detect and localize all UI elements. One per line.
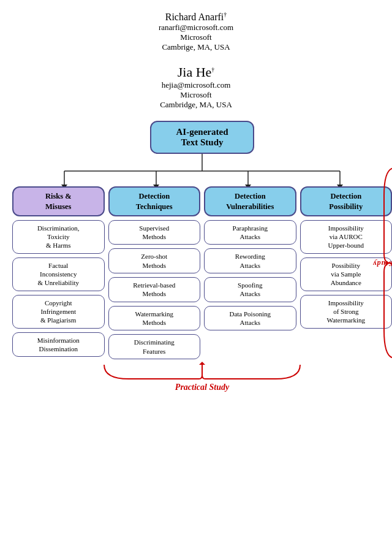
item-vuln-1: RewordingAttacks xyxy=(204,248,296,273)
header-techniques: DetectionTechniques xyxy=(108,186,201,216)
author-1-name: Richard Anarfi† xyxy=(159,11,233,23)
theoretical-label: Theoretical Study xyxy=(372,258,392,267)
root-connectors-svg xyxy=(18,154,386,188)
author-block-2: Jia He† hejia@microsoft.com Microsoft Ca… xyxy=(160,64,232,110)
column-techniques: DetectionTechniques SupervisedMethods Ze… xyxy=(108,186,201,359)
header-possibility: DetectionPossibility xyxy=(300,186,393,216)
author-2-org: Microsoft xyxy=(160,90,232,100)
author-2-sup: † xyxy=(211,66,214,73)
item-poss-0: Impossibilityvia AUROCUpper-bound xyxy=(300,220,393,254)
item-risks-2: CopyrightInfringement& Plagiarism xyxy=(12,295,105,329)
author-2-email: hejia@microsoft.com xyxy=(160,80,232,90)
column-possibility: DetectionPossibility Impossibilityvia AU… xyxy=(300,186,393,359)
theoretical-brace-wrapper: Theoretical Study xyxy=(381,151,392,373)
item-techniques-2: Retrieval-basedMethods xyxy=(108,277,201,302)
item-techniques-1: Zero-shotMethods xyxy=(108,248,201,273)
item-risks-0: Discrimination,Toxicity& Harms xyxy=(12,220,105,254)
practical-brace-wrapper: Practical Study xyxy=(12,362,392,392)
header-vulnerabilities: DetectionVulnerabilities xyxy=(204,186,296,216)
author-block-1: Richard Anarfi† ranarfi@microsoft.com Mi… xyxy=(159,11,233,52)
item-vuln-2: SpoofingAttacks xyxy=(204,277,296,302)
root-node: AI-generatedText Study xyxy=(150,121,254,154)
item-techniques-4: DiscriminatingFeatures xyxy=(108,334,201,359)
item-techniques-3: WatermarkingMethods xyxy=(108,306,201,331)
practical-brace-svg xyxy=(98,362,306,380)
column-risks: Risks &Misuses Discrimination,Toxicity& … xyxy=(12,186,105,359)
author-2-name: Jia He† xyxy=(160,64,232,80)
author-1-org: Microsoft xyxy=(159,32,233,42)
header-risks: Risks &Misuses xyxy=(12,186,105,216)
item-techniques-0: SupervisedMethods xyxy=(108,220,201,245)
author-1-sup: † xyxy=(224,11,227,18)
column-vulnerabilities: DetectionVulnerabilities ParaphrasingAtt… xyxy=(204,186,296,359)
item-vuln-3: Data PoisoningAttacks xyxy=(204,306,296,331)
practical-label: Practical Study xyxy=(175,383,229,392)
author-1-email: ranarfi@microsoft.com xyxy=(159,23,233,32)
author-2-loc: Cambridge, MA, USA xyxy=(160,100,232,110)
author-1-loc: Cambrige, MA, USA xyxy=(159,42,233,52)
item-risks-3: MisinformationDissemination xyxy=(12,332,105,357)
item-poss-2: Impossibilityof StrongWatermarking xyxy=(300,295,393,329)
item-vuln-0: ParaphrasingAttacks xyxy=(204,220,296,245)
item-risks-1: FactualInconsistency& Unreliability xyxy=(12,257,105,291)
svg-marker-11 xyxy=(199,362,205,365)
